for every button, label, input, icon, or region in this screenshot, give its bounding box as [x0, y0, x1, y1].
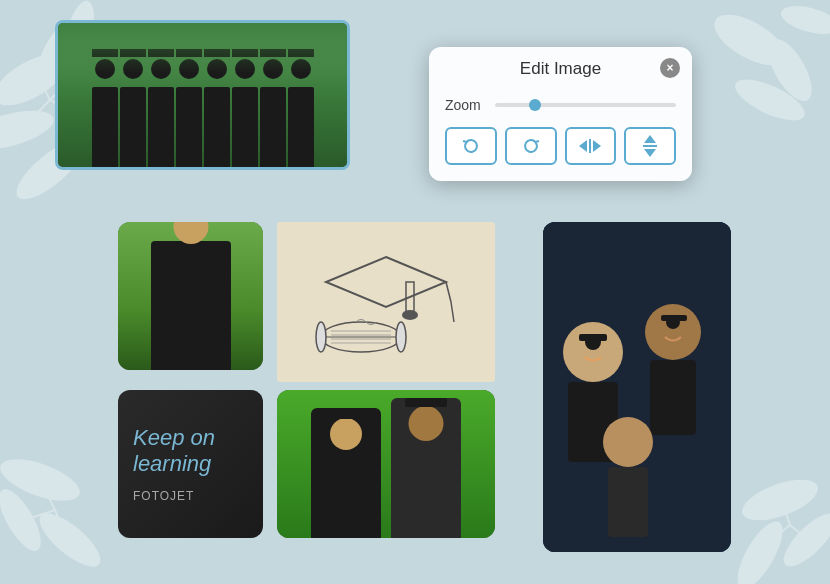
flip-horizontal-button[interactable]	[565, 127, 617, 165]
svg-rect-47	[650, 360, 696, 435]
svg-line-32	[451, 302, 454, 322]
image-top-large[interactable]	[55, 20, 350, 170]
edit-image-dialog: Edit Image × Zoom	[429, 47, 692, 181]
dialog-title: Edit Image	[520, 59, 601, 79]
svg-point-35	[316, 322, 326, 352]
image-bottom-center[interactable]	[277, 390, 495, 538]
image-group-right[interactable]	[543, 222, 731, 552]
rotate-right-icon	[521, 136, 541, 156]
svg-line-31	[446, 282, 451, 302]
svg-rect-45	[579, 334, 607, 341]
canvas-area: Keep on learning FOTOJET	[0, 0, 830, 584]
svg-point-50	[603, 417, 653, 467]
svg-point-42	[563, 322, 623, 382]
dialog-header: Edit Image ×	[429, 47, 692, 89]
text-card-headline: Keep on learning	[133, 425, 215, 478]
rotate-left-button[interactable]	[445, 127, 497, 165]
action-buttons	[445, 127, 676, 165]
dialog-body: Zoom	[429, 89, 692, 181]
flip-vertical-icon	[643, 135, 657, 157]
rotate-right-button[interactable]	[505, 127, 557, 165]
svg-marker-28	[326, 257, 446, 307]
image-single-graduate[interactable]	[118, 222, 263, 370]
svg-rect-51	[608, 467, 648, 537]
svg-point-36	[396, 322, 406, 352]
image-graduation-sketch[interactable]	[277, 222, 495, 382]
zoom-row: Zoom	[445, 97, 676, 113]
flip-horizontal-icon	[579, 139, 601, 153]
svg-point-46	[645, 304, 701, 360]
dialog-close-button[interactable]: ×	[660, 58, 680, 78]
image-text-card[interactable]: Keep on learning FOTOJET	[118, 390, 263, 538]
zoom-label: Zoom	[445, 97, 485, 113]
flip-vertical-button[interactable]	[624, 127, 676, 165]
zoom-slider[interactable]	[495, 103, 676, 107]
svg-rect-49	[661, 315, 687, 321]
text-card-brand: FOTOJET	[133, 489, 194, 503]
svg-point-30	[402, 310, 418, 320]
rotate-left-icon	[461, 136, 481, 156]
